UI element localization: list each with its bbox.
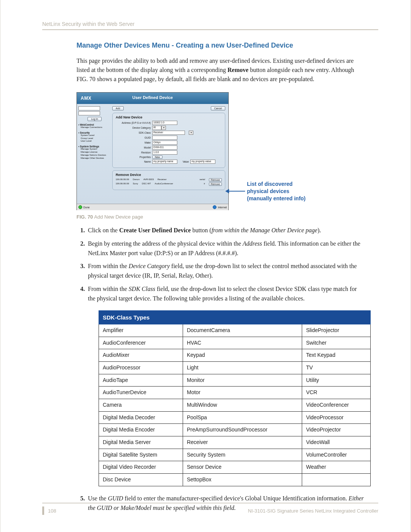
table-cell: Security System xyxy=(183,449,302,461)
table-cell xyxy=(302,474,371,486)
sidebar-item[interactable]: Manage License xyxy=(81,151,111,154)
table-cell: SettopBox xyxy=(183,474,302,486)
chevron-down-icon[interactable]: ▾ xyxy=(189,131,193,135)
annotation-arrow xyxy=(227,189,246,194)
table-row: AudioMixerKeypadText Keypad xyxy=(99,349,371,362)
model-input[interactable]: DVM-011 xyxy=(152,145,177,150)
table-row: Digital Media EncoderPreAmpSurroundSound… xyxy=(99,424,371,436)
table-cell: VideoProjector xyxy=(302,424,371,436)
table-row: Digital Media DecoderPoolSpaVideoProcess… xyxy=(99,411,371,424)
table-cell: VideoConferencer xyxy=(302,399,371,411)
screenshot-sidebar: Log In • WebControl Manage Connections •… xyxy=(77,104,112,204)
revision-input[interactable]: 1.0.0 xyxy=(152,150,177,155)
screen-title: User Defined Device xyxy=(132,95,173,100)
make-input[interactable]: Onkyo xyxy=(152,141,177,145)
internet-icon xyxy=(213,205,217,209)
add-button[interactable]: Add xyxy=(112,106,124,110)
table-row: Digital Satellite SystemSecurity SystemV… xyxy=(99,449,371,461)
category-select[interactable]: IR xyxy=(152,126,161,130)
sidebar-system-settings: • System Settings xyxy=(78,145,111,148)
table-row: Digital Video RecorderSensor DeviceWeath… xyxy=(99,461,371,474)
cancel-button[interactable]: Cancel xyxy=(211,106,225,110)
properties-label: Properties xyxy=(116,156,152,158)
figure-70: AMX User Defined Device Log In • WebCont… xyxy=(76,92,381,210)
revision-label: Revision xyxy=(116,151,152,154)
category-label: Device Category xyxy=(116,126,152,129)
figure-caption: FIG. 70 Add New Device page xyxy=(76,214,378,220)
table-cell: MultiWindow xyxy=(183,399,302,411)
table-cell: AudioTunerDevice xyxy=(99,387,183,399)
running-header: NetLinx Security within the Web Server xyxy=(42,21,378,27)
table-row: 199.99.99.99 Sony DSC-W7 AudioConference… xyxy=(116,182,222,186)
login-id-field[interactable] xyxy=(78,106,100,110)
table-cell: VideoProcessor xyxy=(302,411,371,424)
page-number: 108 xyxy=(48,508,56,514)
sidebar-item[interactable]: System Level xyxy=(81,134,111,137)
address-input[interactable]: 10002:1:0 xyxy=(152,121,177,125)
table-cell: AudioMixer xyxy=(99,349,183,362)
sidebar-item[interactable]: Manage NetLinx Devices xyxy=(81,154,111,157)
remove-device-panel: Remove Device 199.99.99.99 Denon AVR-500… xyxy=(112,170,225,190)
sidebar-webcontrol: • WebControl xyxy=(78,123,111,126)
table-cell: Monitor xyxy=(183,374,302,387)
sidebar-item[interactable]: Manage Connections xyxy=(81,126,111,129)
prop-value-input[interactable]: my property value xyxy=(190,160,215,164)
new-property-button[interactable]: New xyxy=(152,155,162,159)
table-row: CameraMultiWindowVideoConferencer xyxy=(99,399,371,411)
prop-name-input[interactable]: my property name xyxy=(152,160,177,164)
table-row: AudioTunerDeviceMotorVCR xyxy=(99,387,371,399)
table-cell: SlideProjector xyxy=(302,324,371,337)
sidebar-item[interactable]: Group Level xyxy=(81,137,111,140)
step-3: From within the Device Category field, u… xyxy=(86,262,365,281)
table-cell: Digital Media Encoder xyxy=(99,424,183,436)
table-cell: PreAmpSurroundSoundProcessor xyxy=(183,424,302,436)
login-pw-field[interactable] xyxy=(78,111,100,115)
table-row: Disc DeviceSettopBox xyxy=(99,474,371,486)
address-label: Address (D:P:S or #.#.#.#) xyxy=(116,121,152,124)
prop-name-label: Name xyxy=(116,160,152,163)
table-cell: PoolSpa xyxy=(183,411,302,424)
table-cell: VCR xyxy=(302,387,371,399)
table-row: Digital Media ServerReceiverVideoWall xyxy=(99,436,371,449)
table-row: AudioTapeMonitorUtility xyxy=(99,374,371,387)
add-new-device-screenshot: AMX User Defined Device Log In • WebCont… xyxy=(76,92,229,210)
screenshot-titlebar: AMX User Defined Device xyxy=(77,93,228,104)
step-2: Begin by entering the address of the phy… xyxy=(86,239,365,258)
sidebar-security: • Security xyxy=(78,131,111,134)
table-cell: AudioProcessor xyxy=(99,361,183,374)
table-row: AudioConferencerHVACSwitcher xyxy=(99,337,371,349)
chevron-down-icon[interactable]: ▾ xyxy=(161,126,166,130)
table-cell: TV xyxy=(302,361,371,374)
amx-logo: AMX xyxy=(81,96,91,101)
sdk-class-types-table: SDK-Class Types AmplifierDocumentCameraS… xyxy=(99,310,371,486)
table-cell: DocumentCamera xyxy=(183,324,302,337)
table-cell: VolumeController xyxy=(302,449,371,461)
table-cell: Digital Media Decoder xyxy=(99,411,183,424)
page-footer: 108 NI-3101-SIG Signature Series NetLinx… xyxy=(42,503,378,515)
sdkclass-select[interactable]: Receiver xyxy=(152,131,185,135)
add-new-device-panel: Add New Device Address (D:P:S or #.#.#.#… xyxy=(112,113,225,168)
intro-paragraph: This page provides the ability to both a… xyxy=(76,56,365,84)
table-cell: Sensor Device xyxy=(183,461,302,474)
numbered-steps: Click on the Create User Defined Device … xyxy=(76,226,365,513)
remove-panel-title: Remove Device xyxy=(116,173,222,177)
sidebar-item[interactable]: Manage System xyxy=(81,148,111,151)
table-cell: Utility xyxy=(302,374,371,387)
login-button[interactable]: Log In xyxy=(88,117,101,121)
table-cell: VideoWall xyxy=(302,436,371,449)
prop-value-label: Value xyxy=(183,160,190,163)
sdkclass-label: SDK-Class xyxy=(116,131,152,134)
section-title: Manage Other Devices Menu - Creating a n… xyxy=(76,42,378,50)
table-cell: AudioTape xyxy=(99,374,183,387)
remove-button[interactable]: Remove xyxy=(209,182,222,186)
sidebar-item[interactable]: Manage Other Devices xyxy=(81,157,111,160)
table-cell: Camera xyxy=(99,399,183,411)
table-row: AudioProcessorLightTV xyxy=(99,361,371,374)
table-cell: Digital Media Server xyxy=(99,436,183,449)
guid-input[interactable] xyxy=(152,136,177,140)
step-1: Click on the Create User Defined Device … xyxy=(86,226,365,235)
remove-button[interactable]: Remove xyxy=(209,178,222,182)
sidebar-item[interactable]: User Level xyxy=(81,140,111,143)
table-cell: Receiver xyxy=(183,436,302,449)
guid-label: GUID xyxy=(116,136,152,139)
